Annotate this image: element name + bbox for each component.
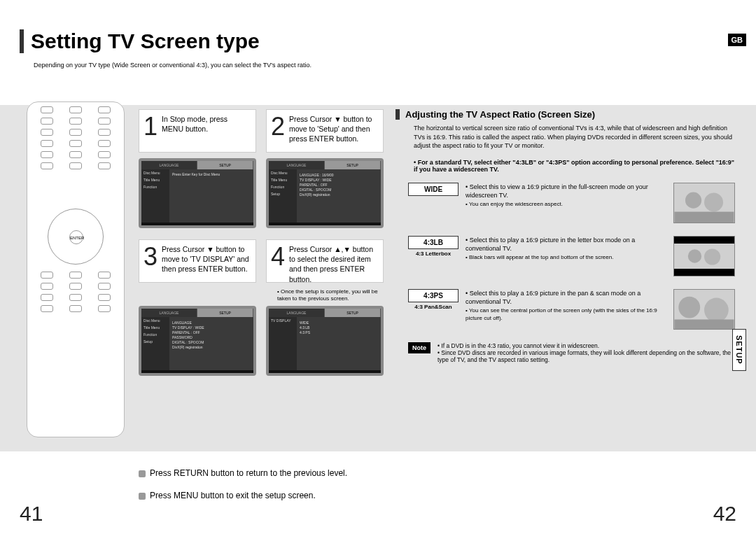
step-text: Press Cursor ▼ button to move to 'TV DIS… [162, 244, 250, 278]
note-item: • If a DVD is in the 4:3 ratio, you cann… [438, 342, 735, 349]
remote-dpad-icon: ENTER [48, 209, 104, 265]
step-4: 4 Press Cursor ▲,▼ button to select the … [266, 239, 384, 283]
osd-screenshot-3: LANGUAGESETUP Disc MenuTitle MenuFunctio… [139, 306, 256, 376]
mode-thumb-wide [673, 183, 735, 223]
section-standard-tv-note: • For a standard TV, select either "4:3L… [414, 159, 735, 173]
mode-subdesc: • You can see the central portion of the… [465, 307, 666, 323]
mode-sublabel: 4:3 Letterbox [408, 251, 458, 257]
osd-screenshot-1: LANGUAGESETUP Disc MenuTitle MenuFunctio… [139, 158, 256, 228]
svg-rect-10 [675, 319, 734, 329]
page-number-right: 42 [713, 502, 736, 526]
mode-43lb: 4:3LB 4:3 Letterbox • Select this to pla… [408, 236, 735, 276]
section-heading: Adjusting the TV Aspect Ratio (Screen Si… [396, 109, 735, 120]
mode-thumb-43ps [673, 289, 735, 330]
step-number: 4 [271, 244, 285, 278]
steps-column: 1 In Stop mode, press MENU button. 2 Pre… [139, 109, 387, 387]
svg-rect-3 [675, 211, 734, 222]
footer-return-hint: Press RETURN button to return to the pre… [139, 468, 347, 478]
mode-subdesc: • Black bars will appear at the top and … [465, 254, 666, 262]
mode-label-wide: WIDE [408, 183, 458, 196]
mode-sublabel: 4:3 Pan&Scan [408, 304, 458, 310]
mode-subdesc: • You can enjoy the widescreen aspect. [465, 201, 666, 209]
osd-screenshot-4: LANGUAGESETUP TV DISPLAY WIDE 4:3 LB 4:3… [266, 306, 384, 376]
step-text: Press Cursor ▲,▼ button to select the de… [289, 244, 377, 278]
step-2: 2 Press Cursor ▼ button to move to 'Setu… [266, 109, 384, 153]
step-number: 1 [144, 114, 158, 148]
svg-point-6 [704, 248, 720, 265]
page-number-left: 41 [20, 502, 43, 526]
remote-control-illustration: ENTER [27, 101, 125, 437]
step-text: In Stop mode, press MENU button. [162, 114, 250, 148]
footer-menu-hint: Press MENU button to exit the setup scre… [139, 491, 316, 500]
mode-desc: • Select this to play a 16:9 picture in … [465, 236, 666, 253]
step-footnote: • Once the setup is complete, you will b… [277, 288, 387, 303]
page-title: Setting TV Screen type [20, 29, 260, 53]
note-badge: Note [408, 342, 430, 353]
mode-wide: WIDE • Select this to view a 16:9 pictur… [408, 183, 735, 223]
mode-thumb-43lb [673, 236, 735, 276]
section-intro: The horizontal to vertical screen size r… [414, 124, 735, 150]
language-badge: GB [728, 34, 747, 46]
note-item: • Since DVD discs are recorded in variou… [438, 349, 735, 363]
mode-43ps: 4:3PS 4:3 Pan&Scan • Select this to play… [408, 289, 735, 330]
svg-point-1 [685, 192, 701, 208]
svg-point-9 [704, 297, 729, 322]
setup-side-tab: SETUP [732, 329, 746, 371]
mode-label-43ps: 4:3PS [408, 289, 458, 302]
step-number: 2 [271, 114, 285, 148]
footer: Press RETURN button to return to the pre… [0, 451, 756, 534]
step-text: Press Cursor ▼ button to move to 'Setup'… [289, 114, 377, 148]
mode-desc: • Select this to view a 16:9 picture in … [465, 183, 666, 199]
page-subtitle: Depending on your TV type (Wide Screen o… [34, 62, 312, 69]
svg-point-5 [688, 249, 701, 262]
osd-screenshot-2: LANGUAGESETUP Disc MenuTitle MenuFunctio… [266, 158, 384, 228]
step-number: 3 [144, 244, 158, 278]
step-3: 3 Press Cursor ▼ button to move to 'TV D… [139, 239, 256, 283]
mode-desc: • Select this to play a 16:9 picture in … [465, 289, 666, 306]
step-1: 1 In Stop mode, press MENU button. [139, 109, 256, 153]
svg-point-8 [678, 296, 700, 318]
svg-point-2 [704, 192, 723, 211]
note-block: Note • If a DVD is in the 4:3 ratio, you… [408, 342, 735, 363]
mode-label-43lb: 4:3LB [408, 236, 458, 249]
